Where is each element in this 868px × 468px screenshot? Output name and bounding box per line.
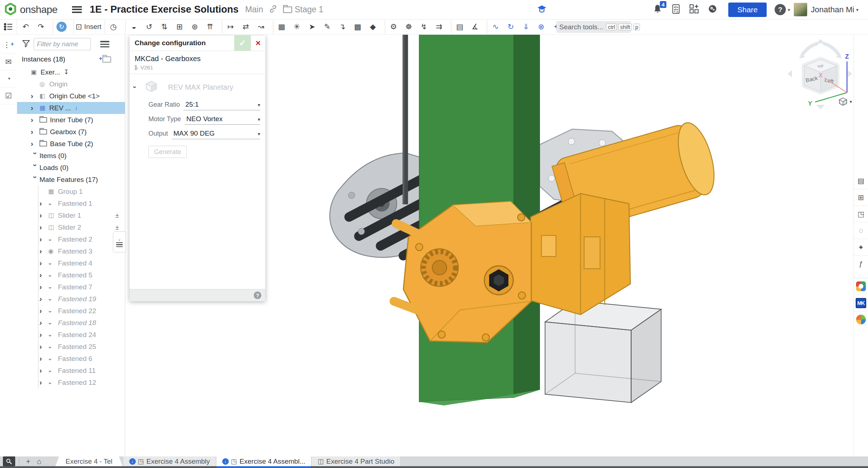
tree-item[interactable]: › ◒ Fastened 22 — [17, 305, 125, 317]
insert-feature-icon[interactable]: ⋮ — [0, 37, 17, 54]
expand-chevron-icon[interactable]: › — [39, 259, 48, 267]
tree-item[interactable]: › ◒ Fastened 5 — [17, 269, 125, 281]
create-tab-button[interactable]: + — [23, 456, 34, 466]
main-menu-icon[interactable] — [72, 6, 82, 13]
user-name[interactable]: Jonathan Mi — [811, 5, 854, 14]
expand-chevron-icon[interactable]: › — [31, 128, 39, 136]
view-options-button[interactable]: ▾ — [838, 97, 856, 106]
learning-center-icon[interactable] — [537, 5, 547, 15]
animate-translate-icon[interactable]: ⇓ — [519, 20, 535, 33]
tree-item[interactable]: › ◉ Fastened 3 — [17, 245, 125, 257]
rack-pinion-relation-icon[interactable]: ☸ — [402, 20, 417, 33]
insert-derived-icon[interactable]: ↴ — [336, 20, 351, 33]
insert-icon[interactable]: ⊡Insert — [76, 20, 105, 33]
notifications-button[interactable]: 4 — [653, 4, 662, 16]
output-hex-bolt[interactable] — [484, 266, 513, 295]
user-avatar[interactable] — [794, 3, 807, 16]
tree-item[interactable]: › ◒ Fastened 24 — [17, 329, 125, 341]
ghost-cube-part[interactable] — [545, 301, 661, 403]
filter-input[interactable] — [34, 38, 91, 50]
cancel-button[interactable]: × — [251, 35, 265, 51]
expand-chevron-icon[interactable]: › — [31, 164, 39, 173]
expand-chevron-icon[interactable]: › — [39, 319, 48, 327]
custom-tables-icon[interactable]: ☑ — [0, 88, 17, 105]
expand-chevron-icon[interactable]: › — [39, 354, 48, 363]
add-folder-icon[interactable] — [102, 56, 111, 63]
help-caret-icon[interactable]: ▾ — [788, 7, 790, 13]
variables-panel-icon[interactable]: ƒ — [854, 255, 868, 272]
expand-chevron-icon[interactable]: › — [39, 223, 48, 231]
named-positions-icon[interactable]: ◷ — [107, 20, 126, 33]
tree-item[interactable]: ◎ Origin — [17, 78, 125, 90]
history-icon[interactable]: ◔ — [0, 71, 17, 88]
home-tab-button[interactable]: ⌂ — [34, 456, 45, 466]
measure-icon[interactable]: ∡ — [468, 20, 487, 33]
cylindrical-mate-icon[interactable]: ⇈ — [203, 20, 222, 33]
curve-analysis-icon[interactable]: ∿ — [489, 20, 504, 33]
expand-chevron-icon[interactable]: › — [39, 235, 48, 243]
tree-item[interactable]: › ◒ Fastened 2 — [17, 233, 125, 245]
expand-chevron-icon[interactable]: › — [39, 331, 48, 339]
group-icon[interactable]: ▦ — [275, 20, 290, 33]
dialog-help-icon[interactable]: ? — [254, 292, 261, 299]
commit-button[interactable]: ✓ — [234, 35, 251, 51]
document-tab[interactable]: ↓ ◳ ◫ Exercise 4 Assembly — [123, 456, 216, 466]
field-dropdown[interactable]: NEO Vortex ▾ — [185, 115, 260, 125]
slider-mate-icon[interactable]: ⇅ — [158, 20, 173, 33]
collapse-section-chevron-icon[interactable]: › — [131, 86, 139, 88]
tree-item[interactable]: › ◒ Fastened 12 — [17, 376, 125, 388]
search-tabs-button[interactable] — [3, 456, 15, 466]
expand-chevron-icon[interactable]: › — [31, 176, 39, 185]
tree-item[interactable]: › ◒ Fastened 11 — [17, 365, 125, 376]
ball-mate-icon[interactable]: ⊛ — [188, 20, 203, 33]
tree-item[interactable]: › Gearbox (7) — [17, 126, 125, 138]
expand-chevron-icon[interactable]: › — [39, 247, 48, 255]
fastened-mate-icon[interactable]: ◒ — [127, 20, 143, 33]
replicate-icon[interactable]: ✳ — [290, 20, 306, 33]
tree-item[interactable]: › ◫ Slider 1 ± — [17, 209, 125, 221]
panel-collapse-handle[interactable]: ⌄ — [113, 231, 126, 252]
link-icon[interactable] — [269, 5, 277, 14]
tree-item[interactable]: ▣ Exer... ↧ — [17, 66, 125, 78]
color-app-icon[interactable] — [854, 311, 868, 328]
selection-panel-icon[interactable]: ◌ — [854, 222, 868, 239]
expand-chevron-icon[interactable]: › — [39, 295, 48, 303]
tree-item[interactable]: › ◒ Fastened 7 — [17, 281, 125, 293]
gear-relation-icon[interactable]: ⚙ — [387, 20, 402, 33]
expand-chevron-icon[interactable]: › — [39, 271, 48, 279]
user-menu-caret-icon[interactable]: ▾ — [856, 7, 859, 13]
interference-icon[interactable]: ⊗ — [535, 20, 550, 33]
expand-chevron-icon[interactable]: › — [39, 199, 48, 208]
expand-chevron-icon[interactable]: › — [31, 92, 39, 100]
planar-mate-icon[interactable]: ⊞ — [173, 20, 188, 33]
share-button[interactable]: Share — [728, 3, 767, 17]
list-view-icon[interactable] — [100, 41, 109, 47]
comments-icon[interactable]: ✉ — [0, 54, 17, 71]
release-tasks-icon[interactable] — [671, 4, 681, 16]
expand-chevron-icon[interactable]: › — [31, 104, 39, 112]
expand-chevron-icon[interactable]: › — [31, 152, 39, 161]
expand-chevron-icon[interactable]: › — [39, 211, 48, 220]
expand-chevron-icon[interactable]: › — [39, 283, 48, 291]
expand-chevron-icon[interactable]: › — [31, 140, 39, 148]
parallel-mate-icon[interactable]: ⇄ — [239, 20, 254, 33]
tree-item[interactable]: › ◒ Fastened 4 — [17, 257, 125, 269]
tree-item[interactable]: › ◒ Fastened 6 — [17, 353, 125, 365]
tree-item[interactable]: › ◧ Origin Cube <1> — [17, 90, 125, 102]
properties-panel-icon[interactable]: ▤ — [854, 173, 868, 189]
parts-panel-icon[interactable]: ◳ — [854, 205, 868, 222]
tree-item[interactable]: › ◫ Slider 2 ± — [17, 221, 125, 233]
tree-item[interactable]: ▦ Group 1 — [17, 186, 125, 197]
tree-item[interactable]: › Inner Tube (7) — [17, 114, 125, 126]
expand-chevron-icon[interactable]: › — [39, 366, 48, 375]
linear-relation-icon[interactable]: ⇉ — [433, 20, 451, 33]
app-store-icon[interactable] — [854, 278, 868, 294]
document-tab[interactable]: ↓ ◳ ◫ Exercise 4 - Tel — [55, 456, 123, 466]
bom-icon[interactable]: ▤ — [453, 20, 468, 33]
document-tab[interactable]: ↓ ◳ ◫ Exercise 4 Part Studio — [312, 456, 400, 466]
screw-relation-icon[interactable]: ↯ — [417, 20, 433, 33]
tree-item[interactable]: › Items (0) — [17, 150, 125, 162]
configurations-panel-icon[interactable]: ⊞ — [854, 189, 868, 205]
version-label[interactable]: Stage 1 — [295, 5, 323, 14]
tree-item[interactable]: › Loads (0) — [17, 162, 125, 174]
